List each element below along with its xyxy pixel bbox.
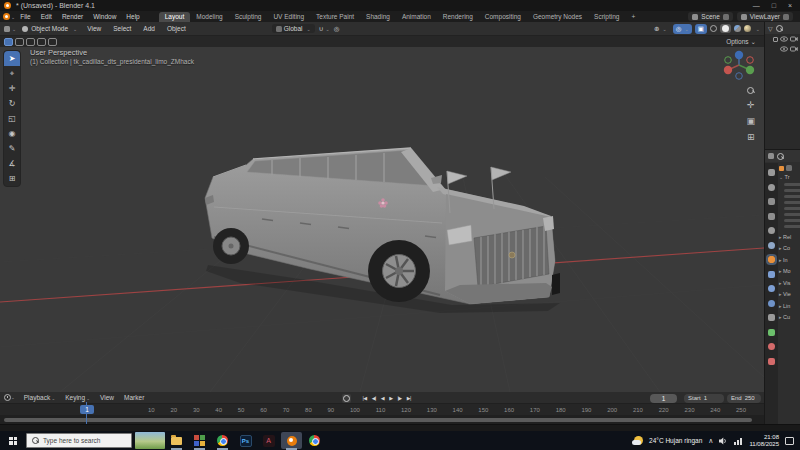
timeline-ruler[interactable]: 1020304050607080901001101201301401501601… — [0, 404, 764, 415]
minimize-button[interactable]: — — [753, 2, 760, 9]
axis-y-neg-handle[interactable] — [725, 57, 732, 64]
tab-physics-icon[interactable] — [768, 300, 775, 307]
view-layer-selector[interactable]: ViewLayer — [737, 12, 793, 21]
volume-icon[interactable] — [719, 437, 728, 445]
axis-z-neg-handle[interactable] — [736, 73, 743, 80]
transform-orientation-dropdown[interactable]: Global ⌄ — [272, 24, 315, 33]
tray-expand-icon[interactable]: ∧ — [708, 437, 713, 445]
workspace-tab[interactable]: Modeling — [190, 12, 228, 22]
tab-object-icon[interactable] — [768, 256, 775, 263]
viewport-tool-button[interactable]: ◉ — [4, 126, 20, 141]
axis-x-neg-handle[interactable] — [747, 57, 754, 64]
current-frame-badge[interactable]: 1 — [80, 405, 94, 414]
perspective-toggle-icon[interactable]: ⊞ — [747, 132, 755, 142]
shading-material-button[interactable] — [734, 25, 741, 32]
menubar-menu[interactable]: Edit — [36, 12, 57, 21]
panel-header[interactable]: Vis — [779, 280, 799, 286]
taskbar-file-explorer[interactable] — [165, 431, 188, 450]
workspace-tab[interactable]: Geometry Nodes — [527, 12, 588, 22]
notification-center-icon[interactable] — [785, 437, 794, 445]
viewport-canvas[interactable] — [0, 47, 764, 392]
tab-particles-icon[interactable] — [768, 285, 775, 292]
transform-field[interactable] — [784, 225, 800, 229]
search-icon[interactable] — [776, 25, 783, 32]
transform-field[interactable] — [784, 207, 800, 211]
frame-start-field[interactable]: Start 1 — [684, 394, 724, 403]
workspace-tab[interactable]: + — [625, 12, 641, 22]
workspace-tab[interactable]: Animation — [396, 12, 437, 22]
scene-selector[interactable]: Scene — [688, 12, 732, 21]
viewport-tool-button[interactable]: ➤ — [4, 51, 20, 66]
workspace-tab[interactable]: Shading — [360, 12, 396, 22]
pan-hand-icon[interactable]: ✛ — [747, 100, 755, 110]
axis-y-handle[interactable] — [746, 66, 754, 74]
3d-viewport[interactable]: ➤⌖✛↻◱◉✎∡⊞ User Perspective (1) Collectio… — [0, 47, 764, 392]
editor-type-icon[interactable] — [4, 26, 10, 32]
transform-field[interactable] — [784, 219, 800, 223]
taskbar-chrome[interactable] — [211, 431, 234, 450]
snap-magnet-icon[interactable]: ∪ — [319, 25, 324, 33]
select-mode-new-icon[interactable] — [4, 38, 13, 46]
select-mode-intersect-icon[interactable] — [48, 38, 57, 46]
workspace-tab[interactable]: Texture Paint — [310, 12, 360, 22]
tab-scene-icon[interactable] — [768, 227, 775, 234]
viewport-menu[interactable]: View — [81, 24, 107, 33]
tab-tool-icon[interactable] — [768, 169, 775, 176]
maximize-button[interactable]: □ — [772, 2, 776, 9]
viewport-tool-button[interactable]: ◱ — [4, 111, 20, 126]
menubar-menu[interactable]: Window — [88, 12, 121, 21]
playback-button[interactable]: ▶ — [387, 395, 395, 401]
playback-button[interactable]: |◀ — [360, 395, 369, 401]
transform-field[interactable] — [784, 213, 800, 217]
camera-icon[interactable] — [790, 36, 798, 42]
tab-constraints-icon[interactable] — [768, 314, 775, 321]
weather-text[interactable]: 24°C Hujan ringan — [649, 437, 702, 444]
panel-header[interactable]: Mo — [779, 268, 799, 274]
workspace-tab[interactable]: Sculpting — [229, 12, 268, 22]
viewport-tool-button[interactable]: ⌖ — [4, 66, 20, 81]
transform-field[interactable] — [784, 201, 800, 205]
shading-wireframe-button[interactable] — [710, 25, 717, 32]
workspace-tab[interactable]: Rendering — [437, 12, 479, 22]
workspace-tab[interactable]: Scripting — [588, 12, 625, 22]
object-mode-dropdown[interactable]: Object Mode ⌄ — [22, 25, 77, 32]
menubar-menu[interactable]: Help — [121, 12, 144, 21]
tab-render-icon[interactable] — [768, 184, 775, 191]
checkbox-icon[interactable] — [773, 37, 778, 42]
close-button[interactable]: × — [788, 2, 792, 9]
panel-header[interactable]: Co — [779, 245, 799, 251]
workspace-tab[interactable]: Layout — [159, 12, 191, 22]
outliner-row-object[interactable] — [765, 44, 800, 54]
new-view-layer-icon[interactable] — [783, 14, 789, 20]
timeline-track[interactable] — [0, 415, 764, 424]
camera-icon[interactable] — [790, 46, 798, 52]
menubar-menu[interactable]: File — [15, 12, 35, 21]
tab-modifiers-icon[interactable] — [768, 271, 775, 278]
taskbar-adobe-app[interactable]: A — [257, 431, 280, 450]
panel-header[interactable]: Vie — [779, 291, 799, 297]
workspace-tab[interactable]: UV Editing — [267, 12, 310, 22]
zoom-icon[interactable] — [747, 87, 754, 94]
clock-datetime[interactable]: 21:08 11/08/2025 — [749, 434, 779, 448]
axis-x-handle[interactable] — [724, 66, 732, 74]
viewport-tool-button[interactable]: ∡ — [4, 156, 20, 171]
viewport-tool-button[interactable]: ✎ — [4, 141, 20, 156]
select-mode-invert-icon[interactable] — [37, 38, 46, 46]
viewport-tool-button[interactable]: ⊞ — [4, 171, 20, 186]
panel-header[interactable]: Cu — [779, 314, 799, 320]
options-dropdown[interactable]: Options ⌄ — [726, 38, 760, 46]
filter-funnel-icon[interactable]: ▽ — [768, 25, 773, 32]
transform-panel-header[interactable]: Tr — [779, 174, 799, 180]
viewport-menu[interactable]: Select — [107, 24, 137, 33]
auto-keying-button[interactable] — [342, 394, 351, 403]
panel-header[interactable]: Lin — [779, 303, 799, 309]
tab-texture-icon[interactable] — [768, 358, 775, 365]
eye-icon[interactable] — [780, 36, 788, 42]
network-icon[interactable] — [734, 437, 743, 445]
shading-solid-button[interactable] — [720, 24, 731, 33]
playback-button[interactable]: ▶| — [404, 395, 413, 401]
taskbar-blender-active[interactable] — [280, 431, 303, 450]
playback-button[interactable]: |▶ — [395, 395, 404, 401]
panel-header[interactable]: In — [779, 257, 799, 263]
select-mode-extend-icon[interactable] — [15, 38, 24, 46]
